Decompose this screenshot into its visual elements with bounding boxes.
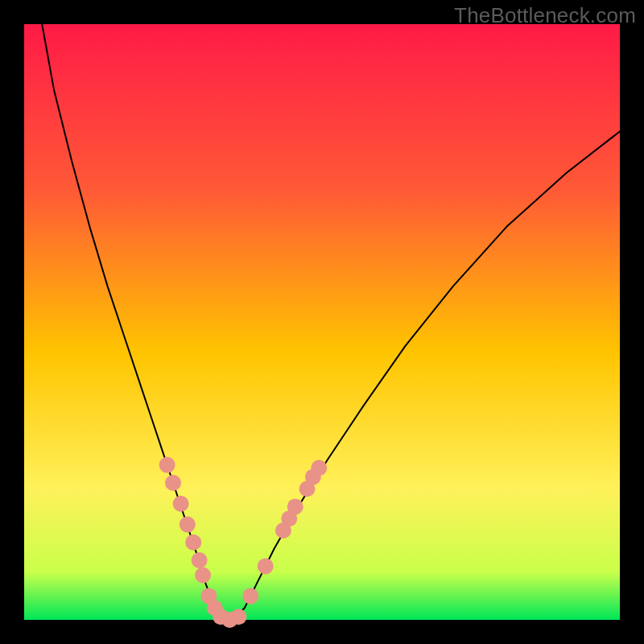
- chart-frame: TheBottleneck.com: [0, 0, 644, 644]
- data-point: [287, 498, 303, 514]
- data-point: [195, 568, 211, 584]
- data-point: [185, 535, 201, 551]
- chart-svg: [0, 0, 644, 644]
- data-point: [173, 496, 189, 512]
- data-point: [242, 588, 258, 604]
- data-point: [165, 475, 181, 491]
- data-point: [192, 552, 208, 568]
- data-point: [258, 558, 274, 574]
- data-point: [159, 457, 175, 473]
- watermark-text: TheBottleneck.com: [454, 3, 636, 28]
- data-point: [230, 609, 246, 625]
- gradient-background: [24, 24, 620, 620]
- data-point: [311, 460, 327, 476]
- data-point: [180, 517, 196, 533]
